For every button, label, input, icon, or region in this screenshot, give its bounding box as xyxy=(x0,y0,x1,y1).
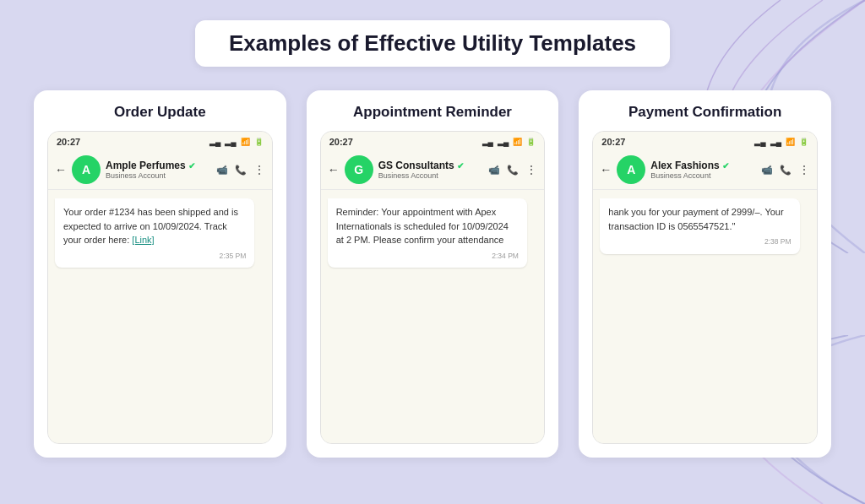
back-button[interactable]: ← xyxy=(328,163,340,176)
wifi-icon: 📶 xyxy=(513,138,522,146)
title-box: Examples of Effective Utility Templates xyxy=(195,20,670,67)
status-bar: 20:27 ▂▄ ▂▄ 📶 🔋 xyxy=(593,132,817,150)
phone-mockup-payment-confirmation: 20:27 ▂▄ ▂▄ 📶 🔋 ← A Alex Fashions ✔ Busi… xyxy=(592,131,818,444)
status-time: 20:27 xyxy=(601,137,625,147)
wifi-icon: 📶 xyxy=(241,138,250,146)
chat-area: Your order #1234 has been shipped and is… xyxy=(48,190,272,443)
chat-header: ← A Alex Fashions ✔ Business Account 📹 📞… xyxy=(593,150,817,190)
phone-icon[interactable]: 📞 xyxy=(780,165,792,176)
contact-name-row: Alex Fashions ✔ xyxy=(650,160,756,171)
card-appointment-reminder: Appointment Reminder 20:27 ▂▄ ▂▄ 📶 🔋 ← G… xyxy=(307,90,559,458)
more-icon[interactable]: ⋮ xyxy=(253,163,265,176)
contact-name: Ample Perfumes xyxy=(106,160,186,171)
signal-icon: ▂▄ xyxy=(754,138,765,146)
message-link[interactable]: [Link] xyxy=(132,235,154,245)
video-call-icon[interactable]: 📹 xyxy=(761,165,773,176)
status-icons: ▂▄ ▂▄ 📶 🔋 xyxy=(482,138,536,146)
battery-icon: 🔋 xyxy=(254,138,264,146)
avatar: G xyxy=(345,155,373,184)
chat-area: Reminder: Your appointment with Apex Int… xyxy=(321,190,545,443)
contact-info: GS Consultants ✔ Business Account xyxy=(378,160,484,180)
contact-name: GS Consultants xyxy=(378,160,454,171)
card-label-order-update: Order Update xyxy=(47,104,273,121)
page-wrapper: Examples of Effective Utility Templates … xyxy=(0,0,865,474)
message-time: 2:38 PM xyxy=(608,236,791,247)
contact-name-row: Ample Perfumes ✔ xyxy=(106,160,211,171)
signal-icon-2: ▂▄ xyxy=(770,138,781,146)
header-actions: 📹 📞 ⋮ xyxy=(488,163,537,176)
card-order-update: Order Update 20:27 ▂▄ ▂▄ 📶 🔋 ← A Ample P… xyxy=(34,90,286,458)
contact-info: Alex Fashions ✔ Business Account xyxy=(650,160,756,180)
chat-header: ← A Ample Perfumes ✔ Business Account 📹 … xyxy=(48,150,272,190)
status-bar: 20:27 ▂▄ ▂▄ 📶 🔋 xyxy=(321,132,545,150)
phone-icon[interactable]: 📞 xyxy=(507,165,519,176)
more-icon[interactable]: ⋮ xyxy=(525,163,537,176)
signal-icon: ▂▄ xyxy=(482,138,493,146)
message-bubble: Reminder: Your appointment with Apex Int… xyxy=(328,198,527,268)
status-icons: ▂▄ ▂▄ 📶 🔋 xyxy=(209,138,264,146)
status-time: 20:27 xyxy=(329,137,353,147)
verified-badge: ✔ xyxy=(457,161,464,171)
status-time: 20:27 xyxy=(57,137,80,147)
phone-icon[interactable]: 📞 xyxy=(235,165,247,176)
contact-name-row: GS Consultants ✔ xyxy=(378,160,484,171)
cards-row: Order Update 20:27 ▂▄ ▂▄ 📶 🔋 ← A Ample P… xyxy=(34,90,831,458)
back-button[interactable]: ← xyxy=(55,163,67,176)
battery-icon: 🔋 xyxy=(526,138,536,146)
page-title: Examples of Effective Utility Templates xyxy=(229,30,636,57)
signal-icon: ▂▄ xyxy=(209,138,220,146)
battery-icon: 🔋 xyxy=(799,138,808,146)
avatar: A xyxy=(617,155,645,184)
status-icons: ▂▄ ▂▄ 📶 🔋 xyxy=(754,138,808,146)
message-bubble: Your order #1234 has been shipped and is… xyxy=(55,198,254,268)
contact-name: Alex Fashions xyxy=(650,160,719,171)
message-time: 2:35 PM xyxy=(63,251,246,262)
video-call-icon[interactable]: 📹 xyxy=(488,165,500,176)
contact-subtitle: Business Account xyxy=(650,171,756,180)
back-button[interactable]: ← xyxy=(600,163,612,176)
contact-info: Ample Perfumes ✔ Business Account xyxy=(106,160,211,180)
card-label-payment-confirmation: Payment Confirmation xyxy=(592,104,818,121)
card-label-appointment-reminder: Appointment Reminder xyxy=(320,104,546,121)
chat-area: hank you for your payment of 2999/–. You… xyxy=(593,190,817,443)
message-bubble: hank you for your payment of 2999/–. You… xyxy=(600,198,799,254)
more-icon[interactable]: ⋮ xyxy=(798,163,810,176)
phone-mockup-order-update: 20:27 ▂▄ ▂▄ 📶 🔋 ← A Ample Perfumes ✔ Bus… xyxy=(47,131,273,444)
header-actions: 📹 📞 ⋮ xyxy=(761,163,810,176)
signal-icon-2: ▂▄ xyxy=(498,138,509,146)
wifi-icon: 📶 xyxy=(786,138,795,146)
video-call-icon[interactable]: 📹 xyxy=(216,165,228,176)
verified-badge: ✔ xyxy=(722,161,729,171)
card-payment-confirmation: Payment Confirmation 20:27 ▂▄ ▂▄ 📶 🔋 ← A… xyxy=(579,90,831,458)
phone-mockup-appointment-reminder: 20:27 ▂▄ ▂▄ 📶 🔋 ← G GS Consultants ✔ Bus… xyxy=(320,131,546,444)
contact-subtitle: Business Account xyxy=(106,171,211,180)
header-actions: 📹 📞 ⋮ xyxy=(216,163,265,176)
avatar: A xyxy=(72,155,101,184)
contact-subtitle: Business Account xyxy=(378,171,484,180)
message-time: 2:34 PM xyxy=(336,251,519,262)
status-bar: 20:27 ▂▄ ▂▄ 📶 🔋 xyxy=(48,132,272,150)
signal-icon-2: ▂▄ xyxy=(225,138,236,146)
chat-header: ← G GS Consultants ✔ Business Account 📹 … xyxy=(321,150,545,190)
verified-badge: ✔ xyxy=(188,161,195,171)
